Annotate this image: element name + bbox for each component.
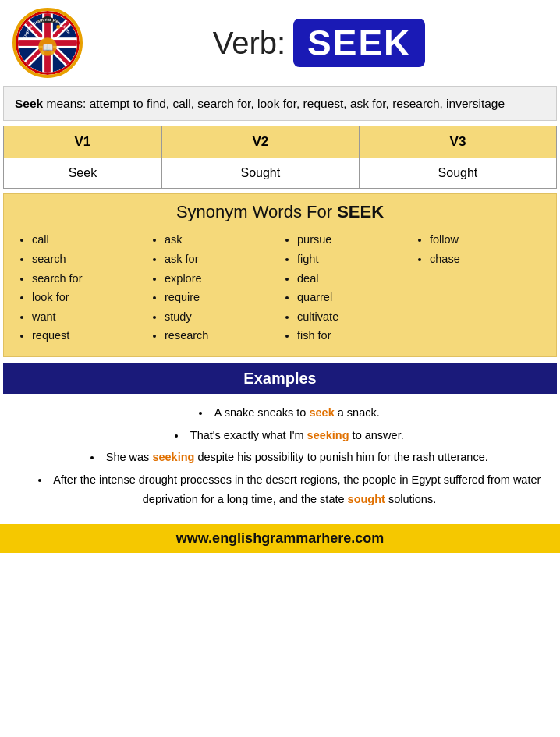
synonyms-col-4: follow chase [413,230,545,345]
footer: www.englishgrammarhere.com [0,524,560,553]
example-3-after: despite his possibility to punish him fo… [194,451,487,463]
list-item: ask [165,230,277,250]
synonyms-title-bold: SEEK [337,202,384,221]
list-item: ask for [165,250,277,269]
example-2-highlight: seeking [307,429,349,441]
v2-header: V2 [161,126,359,158]
synonyms-grid: call search search for look for want req… [15,230,545,345]
page-header: English Grammar Here .Com 📖 Verb: SEEK [0,0,560,86]
logo-svg: English Grammar Here .Com 📖 [17,13,78,73]
svg-point-13 [56,25,60,29]
example-1-before: A snake sneaks to [214,406,310,419]
v3-header: V3 [359,126,556,158]
page-title-area: Verb: SEEK [90,19,548,67]
v1-header: V1 [4,126,162,158]
synonyms-title-normal: Synonym Words For [176,202,337,221]
list-item: cultivate [297,307,409,327]
examples-body: A snake sneaks to seek a snack. That's e… [0,394,560,518]
list-item: chase [430,250,542,269]
list-item: request [32,326,144,345]
v2-value: Sought [161,158,359,189]
verb-forms-table: V1 V2 V3 Seek Sought Sought [3,126,557,189]
example-item-3: She was seeking despite his possibility … [34,446,544,469]
list-item: follow [430,230,542,250]
svg-text:📖: 📖 [42,42,54,53]
seek-word-badge: SEEK [293,19,425,67]
list-item: explore [165,269,277,289]
synonyms-col-1: call search search for look for want req… [15,230,147,345]
list-item: require [165,288,277,307]
examples-list: A snake sneaks to seek a snack. That's e… [16,402,544,510]
list-item: quarrel [297,288,409,307]
example-3-highlight: seeking [152,451,194,463]
list-item: call [32,230,144,250]
example-2-before: That's exactly what I'm [190,429,307,441]
definition-word: Seek [15,97,43,110]
table-data-row: Seek Sought Sought [4,158,557,189]
example-item-4: After the intense drought processes in t… [34,469,544,510]
list-item: fish for [297,326,409,345]
verb-label: Verb: [213,26,285,61]
list-item: want [32,307,144,327]
list-item: study [165,307,277,327]
examples-header: Examples [3,363,557,394]
example-4-after: solutions. [385,493,436,505]
example-item-1: A snake sneaks to seek a snack. [34,402,544,424]
definition-text: means: attempt to find, call, search for… [43,97,505,110]
logo: English Grammar Here .Com 📖 [12,8,83,78]
synonyms-col-2: ask ask for explore require study resear… [147,230,280,345]
list-item: deal [297,269,409,289]
list-item: fight [297,250,409,269]
example-1-highlight: seek [309,406,334,419]
list-item: pursue [297,230,409,250]
synonyms-section: Synonym Words For SEEK call search searc… [3,193,557,357]
example-item-2: That's exactly what I'm seeking to answe… [34,424,544,447]
example-4-highlight: sought [348,493,385,505]
v1-value: Seek [4,158,162,189]
list-item: search for [32,269,144,289]
synonyms-col-3: pursue fight deal quarrel cultivate fish… [280,230,413,345]
list-item: look for [32,288,144,307]
v3-value: Sought [359,158,556,189]
list-item: search [32,250,144,269]
example-3-before: She was [106,451,153,463]
table-header-row: V1 V2 V3 [4,126,557,158]
example-1-after: a snack. [335,406,380,419]
example-4-before: After the intense drought processes in t… [53,473,541,505]
list-item: research [165,326,277,345]
definition-box: Seek means: attempt to find, call, searc… [3,86,557,121]
synonyms-title: Synonym Words For SEEK [15,202,545,222]
example-2-after: to answer. [349,429,404,441]
